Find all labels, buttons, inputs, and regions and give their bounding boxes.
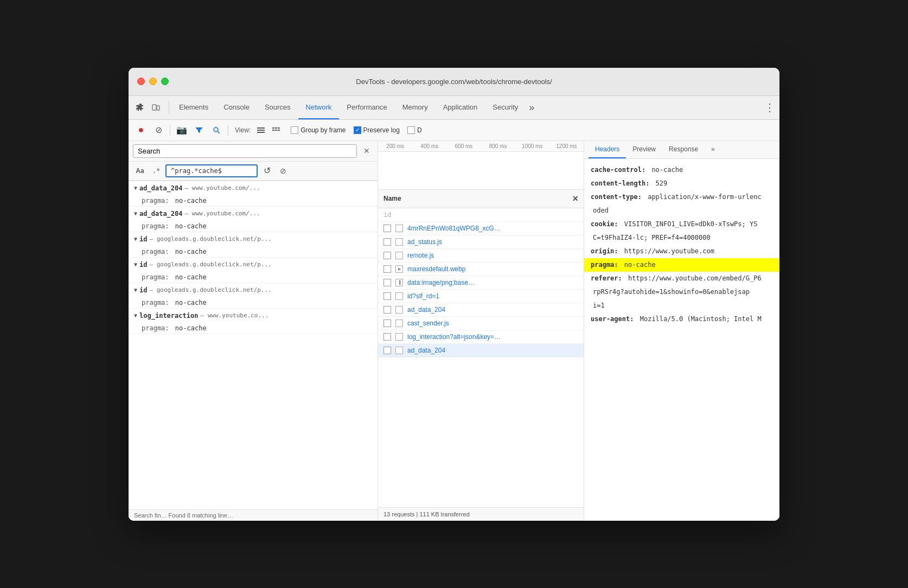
- list-item[interactable]: ▐ data:image/png;base…: [378, 276, 584, 290]
- svg-rect-12: [278, 130, 280, 131]
- window-title: DevTools - developers.google.com/web/too…: [356, 78, 552, 86]
- svg-rect-4: [257, 127, 265, 129]
- capture-screenshot-button[interactable]: 📷: [175, 123, 189, 137]
- tab-sources[interactable]: Sources: [257, 95, 298, 119]
- result-header[interactable]: ▼ id — googleads.g.doubleclick.net/p...: [129, 258, 378, 272]
- list-item[interactable]: ad_data_204: [378, 344, 584, 357]
- timeline-area: 200 ms 400 ms 600 ms 800 ms 1000 ms 1200…: [378, 141, 584, 190]
- result-url: — www.youtube.com/...: [185, 210, 260, 217]
- search-button[interactable]: [209, 123, 223, 137]
- item-checkbox[interactable]: [383, 333, 391, 341]
- file-type-icon: [395, 319, 403, 327]
- match-key: pragma:: [142, 299, 169, 306]
- disable-cache-option[interactable]: D: [407, 126, 422, 134]
- list-item[interactable]: 4mrRnEPnWo81qWPG8_xcG…: [378, 222, 584, 235]
- svg-rect-5: [257, 130, 265, 131]
- clear-search-button[interactable]: ⊘: [276, 164, 290, 178]
- list-item[interactable]: remote.js: [378, 249, 584, 263]
- search-close-button[interactable]: ✕: [360, 145, 373, 156]
- tab-security[interactable]: Security: [485, 95, 526, 119]
- item-checkbox[interactable]: [383, 225, 391, 232]
- refresh-button[interactable]: ↺: [260, 164, 274, 178]
- search-input[interactable]: [133, 144, 357, 158]
- maximize-button[interactable]: [161, 78, 169, 85]
- item-checkbox[interactable]: [383, 347, 391, 354]
- inspect-icon[interactable]: [133, 101, 146, 114]
- item-checkbox[interactable]: [383, 265, 391, 273]
- result-match[interactable]: pragma: no-cache: [129, 297, 378, 308]
- item-name: log_interaction?alt=json&key=…: [407, 333, 578, 341]
- stop-recording-button[interactable]: ⊘: [151, 123, 165, 137]
- regex-toggle-button[interactable]: .*: [149, 164, 163, 178]
- close-details-button[interactable]: ×: [572, 193, 578, 204]
- list-item[interactable]: ad_data_204: [378, 303, 584, 317]
- item-checkbox[interactable]: [383, 279, 391, 286]
- filter-button[interactable]: [192, 123, 206, 137]
- result-match[interactable]: pragma: no-cache: [129, 272, 378, 283]
- tab-memory[interactable]: Memory: [395, 95, 436, 119]
- tab-response[interactable]: Response: [662, 141, 705, 158]
- match-value: no-cache: [175, 222, 207, 230]
- record-button[interactable]: ●: [134, 123, 148, 137]
- group-by-frame-checkbox[interactable]: [291, 126, 298, 134]
- tab-headers[interactable]: Headers: [589, 141, 626, 158]
- match-value: no-cache: [175, 273, 207, 281]
- network-status-bar: 13 requests | 111 KB transferred: [378, 507, 584, 521]
- list-item[interactable]: log_interaction?alt=json&key=…: [378, 330, 584, 344]
- device-toolbar-icon[interactable]: [149, 101, 162, 114]
- group-by-frame[interactable]: Group by frame: [291, 126, 346, 134]
- regex-input[interactable]: [165, 164, 258, 177]
- result-header[interactable]: ▼ id — googleads.g.doubleclick.net/p...: [129, 232, 378, 246]
- result-header[interactable]: ▼ ad_data_204 — www.youtube.com/...: [129, 181, 378, 195]
- item-checkbox[interactable]: [383, 319, 391, 327]
- result-header[interactable]: ▼ log_interaction — www.youtube.co...: [129, 309, 378, 323]
- result-match[interactable]: pragma: no-cache: [129, 246, 378, 257]
- result-match[interactable]: pragma: no-cache: [129, 195, 378, 206]
- devtools-tab-bar: Elements Console Sources Network Perform…: [129, 96, 779, 120]
- preserve-log-option[interactable]: ✓ Preserve log: [354, 126, 400, 134]
- tab-preview[interactable]: Preview: [626, 141, 662, 158]
- more-options-icon[interactable]: ⋮: [764, 101, 775, 114]
- header-row: content-type: application/x-www-form-url…: [591, 190, 773, 204]
- result-filename: ad_data_204: [139, 210, 182, 218]
- list-item[interactable]: id?slf_rd=1: [378, 290, 584, 303]
- list-view-button[interactable]: [254, 123, 268, 137]
- highlighted-header-row: pragma: no-cache: [584, 258, 779, 272]
- name-column-header[interactable]: Name: [383, 195, 401, 202]
- tab-elements[interactable]: Elements: [171, 95, 216, 119]
- item-checkbox[interactable]: [383, 306, 391, 314]
- svg-rect-8: [275, 127, 277, 129]
- match-value: no-cache: [175, 197, 207, 204]
- result-match[interactable]: pragma: no-cache: [129, 221, 378, 232]
- match-key: pragma:: [142, 273, 169, 281]
- close-button[interactable]: [137, 78, 145, 85]
- tab-more-details[interactable]: »: [705, 141, 721, 158]
- tab-overflow-button[interactable]: »: [526, 102, 538, 113]
- expand-arrow-icon: ▼: [134, 185, 137, 191]
- item-name: 4mrRnEPnWo81qWPG8_xcG…: [407, 225, 578, 232]
- tab-network[interactable]: Network: [298, 95, 340, 119]
- tab-console[interactable]: Console: [216, 95, 257, 119]
- list-item[interactable]: ad_status.js: [378, 235, 584, 249]
- network-toolbar: ● ⊘ 📷 View:: [129, 120, 779, 141]
- disable-cache-checkbox[interactable]: [407, 126, 415, 134]
- waterfall-view-button[interactable]: [269, 123, 283, 137]
- header-row: cache-control: no-cache: [591, 163, 773, 177]
- tab-application[interactable]: Application: [436, 95, 485, 119]
- item-checkbox[interactable]: [383, 252, 391, 259]
- file-type-icon: [395, 292, 403, 300]
- list-item[interactable]: ▶ maxresdefault.webp: [378, 263, 584, 276]
- preserve-log-checkbox[interactable]: ✓: [354, 126, 361, 134]
- result-header[interactable]: ▼ ad_data_204 — www.youtube.com/...: [129, 207, 378, 221]
- case-sensitive-button[interactable]: Aa: [133, 164, 147, 178]
- header-value-continuation: oded: [593, 207, 609, 214]
- list-item[interactable]: cast_sender.js: [378, 317, 584, 330]
- file-type-icon: [395, 333, 403, 341]
- item-checkbox[interactable]: [383, 292, 391, 300]
- result-match[interactable]: pragma: no-cache: [129, 323, 378, 334]
- minimize-button[interactable]: [149, 78, 157, 85]
- tab-performance[interactable]: Performance: [339, 95, 394, 119]
- svg-rect-7: [272, 127, 274, 129]
- item-checkbox[interactable]: [383, 238, 391, 246]
- result-header[interactable]: ▼ id — googleads.g.doubleclick.net/p...: [129, 283, 378, 297]
